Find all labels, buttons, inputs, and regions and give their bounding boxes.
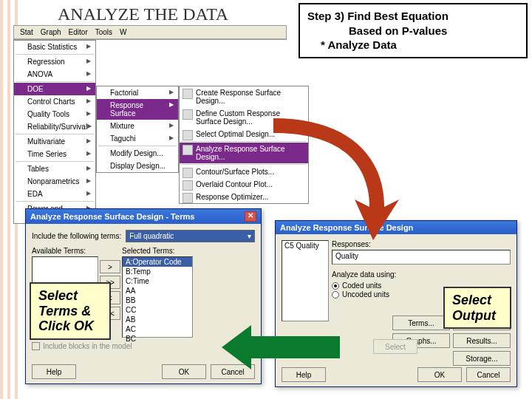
uncoded-radio[interactable] [332,291,339,299]
step-box: Step 3) Find Best Equation Based on P-va… [299,3,528,58]
mi-regression[interactable]: Regression▶ [14,55,95,68]
uncoded-label: Uncoded units [342,290,389,299]
page-title: ANALYZE THE DATA [58,4,228,24]
mi-quality[interactable]: Quality Tools▶ [14,108,95,120]
blocks-checkbox[interactable] [32,342,40,350]
menu-area: Stat Graph Editor Tools W [13,25,287,40]
combo-value: Full quadratic [129,232,174,240]
menubar-window[interactable]: W [117,27,129,37]
mi-anova[interactable]: ANOVA▶ [14,68,95,81]
list-item[interactable]: B:Temp [123,267,192,276]
dialog-terms-titlebar: Analyze Response Surface Design - Terms … [26,209,261,224]
list-item[interactable]: BC [123,334,192,344]
mi-control[interactable]: Control Charts▶ [14,95,95,108]
coded-label: Coded units [342,282,381,290]
list-item[interactable]: AA [123,286,192,296]
mi-factorial[interactable]: Factorial▶ [97,86,178,99]
menubar-graph[interactable]: Graph [38,27,64,37]
storage-button[interactable]: Storage... [453,351,511,366]
mi-eda[interactable]: EDA▶ [14,188,95,200]
available-label: Available Terms: [32,247,98,255]
mi-doe[interactable]: DOE▶ [14,83,95,95]
coded-radio[interactable] [332,282,339,290]
mi-nonparam[interactable]: Nonparametrics▶ [14,175,95,188]
mi-create-rs[interactable]: Create Response Surface Design... [180,86,308,107]
menubar-tools[interactable]: Tools [92,27,115,37]
results-button[interactable]: Results... [453,333,511,348]
list-item[interactable]: C:Time [123,276,192,286]
menubar: Stat Graph Editor Tools W [14,26,286,39]
menu-doe: Factorial▶ Response Surface▶ Mixture▶ Ta… [96,86,179,173]
help-button[interactable]: Help [32,364,76,379]
terms-button[interactable]: Terms... [392,316,450,330]
menubar-stat[interactable]: Stat [17,27,36,37]
callout-output: Select Output [443,287,511,329]
mi-tables[interactable]: Tables▶ [14,163,95,175]
callout-terms: Select Terms & Click OK [30,282,111,340]
mi-mixture[interactable]: Mixture▶ [97,120,178,132]
responses-field[interactable]: Quality [332,250,511,265]
mi-basic[interactable]: Basic Statistics▶ [14,41,95,53]
blocks-label: Include blocks in the model [43,342,132,350]
list-item[interactable]: AC [123,324,192,334]
ok-button-analyze[interactable]: OK [417,367,462,382]
step-line1: Step 3) Find Best Equation [307,9,519,24]
chevron-down-icon: ▾ [248,232,251,240]
mi-response-surface[interactable]: Response Surface▶ [97,99,178,120]
responses-value: Quality [335,252,358,260]
ok-button[interactable]: OK [162,364,206,379]
arrow-red-icon [259,111,399,245]
list-item[interactable]: AB [123,315,192,324]
selected-label: Selected Terms: [122,247,193,255]
cancel-button-analyze[interactable]: Cancel [466,367,511,382]
mi-taguchi[interactable]: Taguchi▶ [97,132,178,145]
include-label: Include the following terms: [32,232,121,240]
mi-multivar[interactable]: Multivariate▶ [14,135,95,148]
analyze-using-label: Analyze data using: [332,270,511,279]
list-item[interactable]: A:Operator Code [123,257,192,267]
step-line3: * Analyze Data [307,38,519,52]
mi-modify[interactable]: Modify Design... [97,147,178,160]
mi-reliability[interactable]: Reliability/Survival▶ [14,120,95,133]
mi-display[interactable]: Display Design... [97,160,178,172]
select-button: Select [373,339,417,354]
list-item[interactable]: CC [123,305,192,315]
dialog-terms-title: Analyze Response Surface Design - Terms [30,212,194,221]
close-icon[interactable]: ✕ [245,211,256,222]
variable-list[interactable]: C5 Quality [282,240,329,321]
mi-timeseries[interactable]: Time Series▶ [14,148,95,160]
move-right-button[interactable]: > [100,260,120,273]
menubar-editor[interactable]: Editor [66,27,91,37]
list-item[interactable]: BB [123,296,192,305]
step-line2: Based on P-values [307,24,519,38]
menu-stat: Basic Statistics▶ Regression▶ ANOVA▶ DOE… [13,40,96,224]
arrow-green-icon [222,325,340,371]
selected-list[interactable]: A:Operator Code B:Temp C:Time AA BB CC A… [122,256,193,338]
terms-combo[interactable]: Full quadratic ▾ [126,230,255,242]
